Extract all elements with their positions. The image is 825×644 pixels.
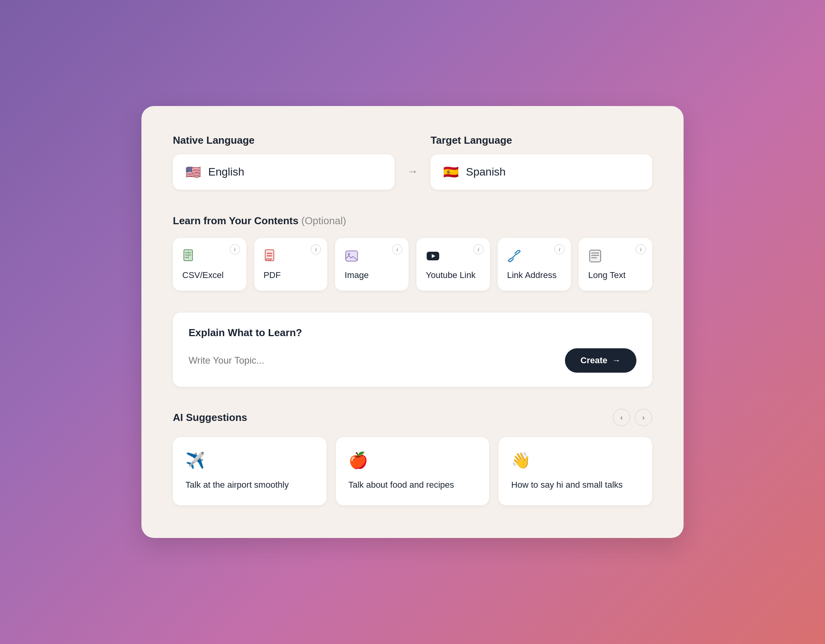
content-type-csv[interactable]: i CSV/Excel [173, 238, 246, 291]
content-type-image[interactable]: i Image [335, 238, 409, 291]
svg-rect-7 [267, 255, 272, 256]
native-language-label: Native Language [173, 134, 394, 146]
content-types-row: i CSV/Excel i PDF PD [173, 238, 652, 291]
target-flag-icon: 🇪🇸 [443, 165, 459, 179]
language-section: Native Language 🇺🇸 English → Target Lang… [173, 134, 652, 190]
target-language-label: Target Language [431, 134, 652, 146]
explain-input-row: Create → [189, 348, 636, 373]
svg-rect-6 [267, 253, 272, 254]
native-language-value: English [208, 166, 244, 178]
svg-rect-15 [591, 255, 599, 256]
svg-rect-9 [346, 251, 358, 261]
content-type-link[interactable]: i Link Address [498, 238, 571, 291]
suggestion-text-0: Talk at the airport smoothly [185, 480, 289, 490]
target-language-select[interactable]: 🇪🇸 Spanish [431, 154, 652, 190]
suggestions-grid: ✈️ Talk at the airport smoothly 🍎 Talk a… [173, 437, 652, 505]
native-language-group: Native Language 🇺🇸 English [173, 134, 394, 190]
csv-icon [182, 249, 196, 263]
create-button[interactable]: Create → [565, 348, 636, 373]
image-icon [345, 249, 359, 263]
native-language-select[interactable]: 🇺🇸 English [173, 154, 394, 190]
suggestion-card-0[interactable]: ✈️ Talk at the airport smoothly [173, 437, 326, 505]
svg-text:PDF: PDF [266, 258, 272, 261]
link-info-icon[interactable]: i [554, 244, 565, 254]
csv-info-icon[interactable]: i [230, 244, 240, 254]
contents-section-title: Learn from Your Contents (Optional) [173, 215, 652, 227]
content-type-pdf[interactable]: i PDF PDF [254, 238, 328, 291]
svg-rect-1 [185, 252, 191, 253]
suggestions-section: AI Suggestions ‹ › ✈️ Talk at the airpor… [173, 409, 652, 505]
suggestions-title: AI Suggestions [173, 412, 247, 424]
prev-arrow-icon: ‹ [620, 413, 623, 422]
youtube-icon [426, 249, 440, 263]
pdf-icon: PDF [264, 249, 278, 263]
image-info-icon[interactable]: i [392, 244, 402, 254]
youtube-info-icon[interactable]: i [473, 244, 484, 254]
svg-rect-14 [591, 252, 599, 254]
suggestion-emoji-1: 🍎 [348, 451, 477, 470]
suggestion-text-1: Talk about food and recipes [348, 480, 454, 490]
longtext-info-icon[interactable]: i [636, 244, 646, 254]
svg-point-10 [348, 253, 350, 255]
suggestion-emoji-0: ✈️ [185, 451, 314, 470]
suggestion-text-2: How to say hi and small talks [511, 480, 623, 490]
svg-rect-2 [185, 254, 191, 256]
longtext-icon [588, 249, 602, 263]
suggestion-card-2[interactable]: 👋 How to say hi and small talks [499, 437, 652, 505]
language-arrow-divider: → [405, 165, 420, 178]
link-icon [507, 249, 521, 263]
longtext-label: Long Text [588, 270, 625, 280]
suggestion-card-1[interactable]: 🍎 Talk about food and recipes [336, 437, 490, 505]
explain-section: Explain What to Learn? Create → [173, 313, 652, 387]
create-button-arrow: → [612, 355, 621, 366]
youtube-label: Youtube Link [426, 270, 475, 280]
create-button-label: Create [581, 355, 607, 366]
explain-title: Explain What to Learn? [189, 327, 636, 339]
pdf-label: PDF [264, 270, 281, 280]
nav-arrows: ‹ › [613, 409, 652, 426]
prev-arrow-button[interactable]: ‹ [613, 409, 630, 426]
suggestions-header: AI Suggestions ‹ › [173, 409, 652, 426]
contents-section: Learn from Your Contents (Optional) i CS… [173, 215, 652, 291]
next-arrow-button[interactable]: › [635, 409, 652, 426]
suggestion-emoji-2: 👋 [511, 451, 640, 470]
main-card: Native Language 🇺🇸 English → Target Lang… [141, 106, 684, 538]
link-label: Link Address [507, 270, 557, 280]
csv-label: CSV/Excel [182, 270, 224, 280]
target-language-value: Spanish [466, 166, 506, 178]
content-type-longtext[interactable]: i Long Text [579, 238, 652, 291]
content-type-youtube[interactable]: i Youtube Link [416, 238, 490, 291]
svg-rect-13 [590, 250, 601, 262]
next-arrow-icon: › [642, 413, 645, 422]
svg-rect-16 [591, 257, 597, 258]
pdf-info-icon[interactable]: i [311, 244, 321, 254]
native-flag-icon: 🇺🇸 [185, 165, 201, 179]
topic-input[interactable] [189, 355, 565, 366]
image-label: Image [345, 270, 368, 280]
target-language-group: Target Language 🇪🇸 Spanish [431, 134, 652, 190]
